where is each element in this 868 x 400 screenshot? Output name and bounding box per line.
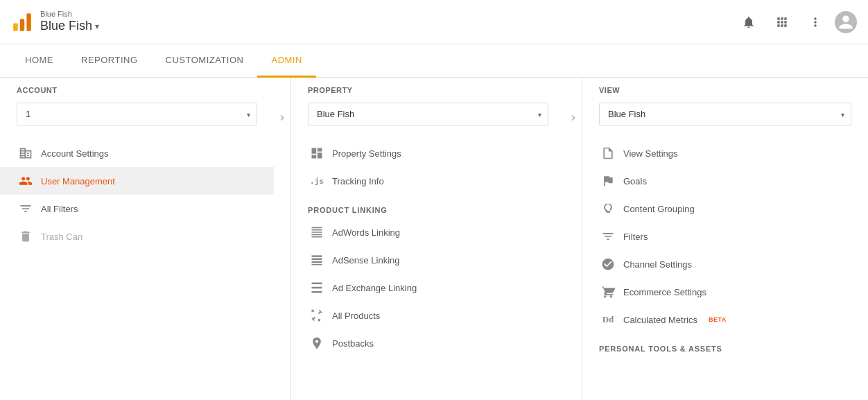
apps-button[interactable] — [768, 8, 796, 36]
content-grouping-item[interactable]: Content Grouping — [582, 195, 868, 223]
ad-exchange-linking-item[interactable]: Ad Exchange Linking — [291, 274, 565, 302]
ecommerce-settings-label: Ecommerce Settings — [623, 287, 706, 297]
view-column-selector: Blue Fish ▾ — [582, 100, 868, 134]
property-to-view-arrow — [565, 78, 582, 400]
product-linking-section-label: PRODUCT LINKING — [291, 195, 565, 218]
trash-icon — [19, 229, 33, 243]
view-filter-icon — [601, 229, 615, 243]
adexchange-icon — [310, 281, 324, 295]
all-products-item[interactable]: All Products — [291, 302, 565, 329]
property-settings-label: Property Settings — [332, 148, 401, 159]
nav-bar: HOME REPORTING CUSTOMIZATION ADMIN — [0, 44, 868, 78]
nav-home[interactable]: HOME — [11, 44, 67, 78]
view-menu-list: View Settings Goals Content Grouping Fil… — [582, 134, 868, 363]
nav-customization[interactable]: CUSTOMIZATION — [152, 44, 258, 78]
js-icon: .js — [310, 174, 324, 188]
bell-icon — [742, 15, 756, 29]
svg-rect-5 — [312, 261, 322, 263]
goals-item[interactable]: Goals — [582, 167, 868, 195]
adsense-icon — [310, 253, 324, 267]
user-management-item[interactable]: User Management — [0, 167, 274, 195]
property-settings-item[interactable]: Property Settings — [291, 139, 565, 167]
property-section: PROPERTY Blue Fish ▾ Property Settings — [291, 78, 582, 400]
nav-admin[interactable]: ADMIN — [257, 44, 315, 78]
top-bar-icons — [735, 8, 857, 36]
all-products-label: All Products — [332, 311, 380, 321]
svg-rect-6 — [312, 264, 322, 266]
view-settings-item[interactable]: View Settings — [582, 139, 868, 167]
allproducts-icon — [310, 308, 324, 322]
adsense-linking-label: AdSense Linking — [332, 255, 400, 266]
logo-title[interactable]: Blue Fish ▾ — [40, 19, 99, 34]
view-column-header: VIEW — [582, 78, 868, 100]
account-dropdown[interactable]: 1 — [17, 103, 257, 125]
property-menu-list: Property Settings .js Tracking Info PROD… — [291, 134, 565, 363]
ecommerce-settings-item[interactable]: Ecommerce Settings — [582, 278, 868, 306]
account-column-header: ACCOUNT — [0, 78, 274, 100]
account-settings-label: Account Settings — [41, 148, 109, 159]
postbacks-icon — [310, 336, 324, 350]
property-dropdown[interactable]: Blue Fish — [308, 103, 548, 125]
svg-rect-4 — [312, 259, 322, 261]
calculated-metrics-label: Calculated Metrics — [623, 315, 697, 325]
postbacks-item[interactable]: Postbacks — [291, 329, 565, 357]
logo-subtitle: Blue Fish — [40, 10, 99, 19]
grid-icon — [775, 15, 789, 29]
property-column: PROPERTY Blue Fish ▾ Property Settings — [291, 78, 565, 400]
ecommerce-icon — [601, 285, 615, 299]
nav-reporting[interactable]: REPORTING — [67, 44, 152, 78]
notifications-button[interactable] — [735, 8, 763, 36]
property-column-selector: Blue Fish ▾ — [291, 100, 565, 134]
adsense-linking-item[interactable]: AdSense Linking — [291, 246, 565, 274]
account-menu-list: Account Settings User Management All Fil… — [0, 134, 274, 256]
ga-logo — [11, 11, 33, 33]
calculatedmetrics-icon: Dd — [601, 313, 615, 327]
view-filters-item[interactable]: Filters — [582, 223, 868, 250]
channel-settings-item[interactable]: Channel Settings — [582, 250, 868, 278]
logo-title-text: Blue Fish — [40, 19, 92, 34]
more-options-button[interactable] — [801, 8, 829, 36]
more-vert-icon — [808, 15, 822, 29]
account-section: ACCOUNT 1 ▾ Account Settings — [0, 78, 291, 400]
svg-rect-1 — [20, 19, 24, 31]
trash-can-item[interactable]: Trash Can — [0, 223, 274, 250]
property-icon — [310, 146, 324, 160]
goals-icon — [601, 174, 615, 188]
avatar-icon — [837, 14, 854, 31]
content-grouping-label: Content Grouping — [623, 204, 695, 214]
personal-tools-section-label: PERSONAL TOOLS & ASSETS — [582, 333, 868, 357]
main-content: ACCOUNT 1 ▾ Account Settings — [0, 78, 868, 400]
calculated-metrics-item[interactable]: Dd Calculated Metrics BETA — [582, 306, 868, 333]
logo-dropdown-caret: ▾ — [95, 21, 99, 31]
adwords-linking-item[interactable]: AdWords Linking — [291, 218, 565, 246]
adwords-icon — [310, 225, 324, 239]
beta-badge: BETA — [709, 316, 727, 323]
tracking-info-label: Tracking Info — [332, 176, 384, 186]
view-column: VIEW Blue Fish ▾ View Settings Goals — [582, 78, 868, 400]
user-avatar[interactable] — [835, 11, 857, 33]
ad-exchange-linking-label: Ad Exchange Linking — [332, 283, 417, 293]
account-settings-item[interactable]: Account Settings — [0, 139, 274, 167]
viewsettings-icon — [601, 146, 615, 160]
view-settings-label: View Settings — [623, 148, 678, 159]
filter-icon — [19, 202, 33, 216]
view-dropdown[interactable]: Blue Fish — [599, 103, 851, 125]
postbacks-label: Postbacks — [332, 338, 374, 349]
logo-area: Blue Fish Blue Fish ▾ — [11, 10, 735, 34]
all-filters-item[interactable]: All Filters — [0, 195, 274, 223]
users-icon — [19, 174, 33, 188]
goals-label: Goals — [623, 176, 647, 186]
channelsettings-icon — [601, 257, 615, 271]
contentgrouping-icon — [601, 202, 615, 216]
tracking-info-item[interactable]: .js Tracking Info — [291, 167, 565, 195]
all-filters-label: All Filters — [41, 204, 78, 214]
svg-rect-2 — [26, 13, 31, 31]
account-column-selector: 1 ▾ — [0, 100, 274, 134]
account-column: ACCOUNT 1 ▾ Account Settings — [0, 78, 274, 400]
account-to-property-arrow — [274, 78, 290, 400]
svg-rect-0 — [13, 23, 17, 31]
adwords-linking-label: AdWords Linking — [332, 227, 400, 238]
top-bar: Blue Fish Blue Fish ▾ — [0, 0, 868, 44]
user-management-label: User Management — [41, 176, 115, 186]
view-filters-label: Filters — [623, 232, 648, 242]
